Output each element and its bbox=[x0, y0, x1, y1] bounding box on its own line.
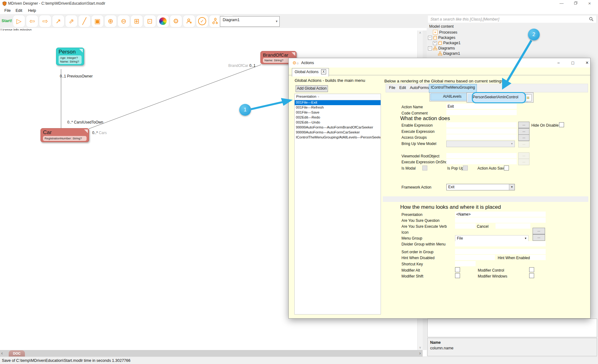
action-list-item[interactable]: 002Edit---Redo bbox=[295, 115, 381, 120]
execute-verb-field[interactable] bbox=[455, 223, 476, 229]
structure-button[interactable] bbox=[209, 15, 221, 27]
autoform-window-button[interactable]: ⊞ bbox=[131, 15, 143, 27]
arrow-right-icon: ⇨ bbox=[42, 17, 48, 25]
diagram-selector[interactable]: Diagram1 ▾ bbox=[220, 16, 280, 27]
properties-edit-box[interactable] bbox=[427, 319, 597, 337]
sort-order-field[interactable] bbox=[455, 249, 546, 254]
dashed-line-tool-button[interactable]: ╱ bbox=[78, 15, 90, 27]
access-groups-field[interactable] bbox=[446, 134, 517, 140]
cancel-verb-field[interactable] bbox=[496, 223, 530, 229]
zoom-in-button[interactable]: ⊕ bbox=[105, 15, 116, 27]
access-groups-ellipsis-button[interactable]: ... bbox=[518, 134, 529, 141]
collapse-icon[interactable]: − bbox=[428, 36, 432, 40]
action-list-item[interactable]: 001File---Exit bbox=[295, 100, 381, 105]
menu-file[interactable]: File bbox=[2, 8, 12, 13]
menu-group-ellipsis-button[interactable]: ... bbox=[533, 234, 545, 241]
package-icon bbox=[438, 41, 442, 45]
run-window-button[interactable]: ⊡ bbox=[144, 15, 156, 27]
tree-diagram-icon bbox=[212, 18, 219, 25]
code-comment-field[interactable] bbox=[446, 110, 517, 115]
nav-back-button[interactable]: ⇦ bbox=[26, 15, 38, 27]
actions-list[interactable]: Presentation▼ 001File---Exit 001File---R… bbox=[294, 94, 381, 315]
rendered-menu-file[interactable]: File bbox=[389, 86, 395, 90]
are-you-sure-question-field[interactable] bbox=[455, 217, 546, 223]
scroll-left-icon[interactable]: ‹ bbox=[1, 351, 3, 356]
execute-expression-onshow-field[interactable] bbox=[446, 159, 517, 164]
start-label[interactable]: Start! bbox=[2, 18, 12, 23]
dialog-title-bar[interactable]: ⚙⚙ Actions − □ × bbox=[289, 58, 590, 68]
modifier-alt-checkbox[interactable] bbox=[455, 267, 460, 272]
run-button[interactable]: ▷ bbox=[13, 15, 25, 27]
modifier-windows-checkbox[interactable] bbox=[529, 273, 534, 278]
expand-icon[interactable]: + bbox=[433, 41, 437, 45]
execute-expression-ellipsis-button[interactable]: ... bbox=[518, 128, 529, 135]
sort-order-label: Sort order in Group bbox=[401, 250, 434, 254]
minimize-button[interactable]: — bbox=[556, 0, 567, 7]
user-access-button[interactable] bbox=[183, 15, 195, 27]
action-list-item[interactable]: IControlTheMenuGrouping/AtAllLevels---Pe… bbox=[295, 135, 381, 140]
doc-tab[interactable]: DOC bbox=[9, 350, 25, 357]
dialog-minimize-button[interactable]: − bbox=[554, 59, 562, 66]
action-list-item[interactable]: 99999AutoForms---AutoFormCarSeeker bbox=[295, 130, 381, 135]
association-tool-button[interactable]: ↗ bbox=[52, 15, 64, 27]
viewmodel-rootobject-field[interactable] bbox=[446, 153, 517, 158]
modifier-shift-checkbox[interactable] bbox=[455, 273, 460, 278]
scroll-up-icon[interactable]: ˄ bbox=[418, 31, 423, 35]
scroll-right-icon[interactable]: › bbox=[419, 351, 421, 356]
zoom-out-icon: ⊖ bbox=[121, 17, 126, 25]
search-input[interactable] bbox=[430, 16, 587, 22]
restore-button[interactable] bbox=[570, 0, 581, 7]
execute-expression-field[interactable] bbox=[446, 128, 517, 134]
menu-edit[interactable]: Edit bbox=[14, 8, 24, 13]
dialog-maximize-button[interactable]: □ bbox=[569, 59, 577, 66]
hide-on-disable-checkbox[interactable] bbox=[559, 122, 564, 127]
scroll-down-icon[interactable]: ˅ bbox=[418, 346, 423, 349]
divider-group-field[interactable] bbox=[455, 241, 546, 246]
hint-when-disabled-field[interactable] bbox=[455, 255, 495, 260]
rendered-menu-edit[interactable]: Edit bbox=[399, 86, 406, 90]
menu-group-dropdown[interactable]: File ▾ bbox=[455, 235, 529, 242]
color-wheel-button[interactable] bbox=[157, 15, 169, 27]
list-header[interactable]: Presentation▼ bbox=[295, 94, 381, 100]
add-global-action-button[interactable]: Add Global Action bbox=[296, 85, 328, 92]
framework-action-dropdown[interactable]: Exit ▾ bbox=[446, 184, 515, 190]
chevron-down-icon: ▾ bbox=[276, 19, 278, 23]
action-list-item[interactable]: 99999AutoForms---AutoFormBrandOfCarSeeke… bbox=[295, 125, 381, 130]
tab-global-actions[interactable]: Global ActionsX bbox=[292, 68, 329, 77]
search-icon[interactable] bbox=[589, 17, 594, 21]
action-name-field[interactable] bbox=[446, 104, 517, 109]
bring-up-view-model-dropdown[interactable]: ▾ bbox=[446, 141, 515, 147]
menu-help[interactable]: Help bbox=[26, 8, 38, 13]
rendered-menu-autoforms[interactable]: AutoForms bbox=[410, 86, 429, 90]
class-car[interactable]: Car RegistrationNumber: String? bbox=[40, 128, 89, 142]
settings-button[interactable]: ⚙ bbox=[170, 15, 182, 27]
action-list-item[interactable]: 001File---Refresh bbox=[295, 105, 381, 110]
modifier-alt-label: Modifier Alt bbox=[401, 268, 420, 273]
action-list-item[interactable]: 002Edit---Undo bbox=[295, 120, 381, 125]
callout-2: 2 bbox=[528, 29, 540, 40]
modifier-control-checkbox[interactable] bbox=[529, 267, 534, 272]
enable-expression-field[interactable] bbox=[446, 122, 517, 128]
navigation-tool-button[interactable]: ⇗ bbox=[65, 15, 77, 27]
class-person[interactable]: Person Age: Integer? Name: String? bbox=[56, 48, 84, 65]
filter-icon[interactable]: ▼ bbox=[317, 96, 320, 98]
validate-button[interactable]: ✓ bbox=[196, 15, 208, 27]
enable-expression-ellipsis-button[interactable]: ... bbox=[518, 122, 529, 128]
icon-ellipsis-button[interactable]: ... bbox=[533, 228, 545, 234]
zoom-out-button[interactable]: ⊖ bbox=[118, 15, 130, 27]
action-auto-saves-checkbox[interactable] bbox=[504, 166, 509, 170]
canvas-horizontal-scrollbar[interactable]: ‹ › bbox=[0, 350, 423, 357]
collapse-icon[interactable]: − bbox=[428, 46, 432, 50]
arrow-long-icon: ⇗ bbox=[69, 17, 74, 25]
rendered-menu-grouping[interactable]: IControlTheMenuGrouping bbox=[429, 84, 477, 93]
tab-close-icon[interactable]: X bbox=[321, 69, 326, 74]
diagram-icon bbox=[433, 46, 437, 50]
action-list-item[interactable]: 001File---Save bbox=[295, 110, 381, 115]
hint-when-enabled-field[interactable] bbox=[530, 255, 546, 260]
shortcut-key-field[interactable] bbox=[455, 261, 476, 266]
dialog-close-button[interactable]: × bbox=[583, 59, 591, 66]
close-button[interactable]: × bbox=[584, 0, 595, 7]
nav-forward-button[interactable]: ⇨ bbox=[39, 15, 51, 27]
presentation-field[interactable] bbox=[455, 212, 546, 217]
viewport-tool-button[interactable]: ▣ bbox=[92, 15, 103, 27]
